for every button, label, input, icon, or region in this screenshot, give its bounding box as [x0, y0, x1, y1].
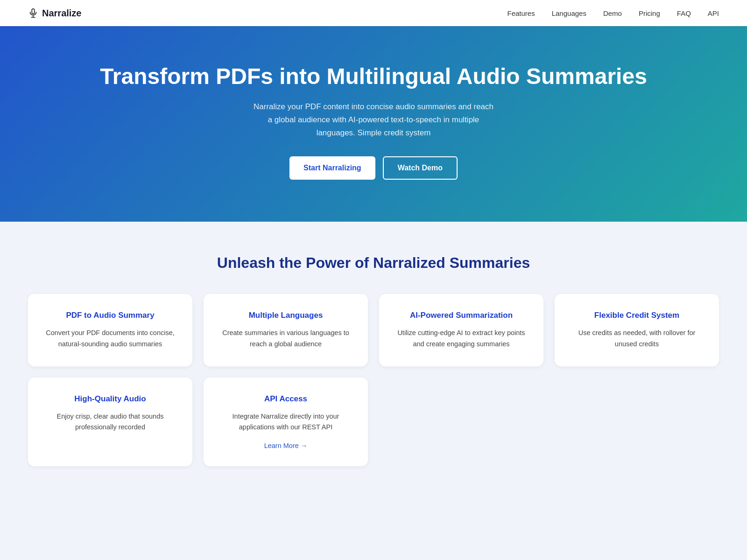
svg-rect-0 [32, 9, 35, 14]
logo[interactable]: Narralize [28, 8, 82, 19]
navbar: Narralize Features Languages Demo Pricin… [0, 0, 747, 26]
card-multilang: Multiple Languages Create summaries in v… [204, 294, 368, 366]
card-multilang-title: Multiple Languages [217, 311, 355, 320]
hero-section: Transform PDFs into Multilingual Audio S… [0, 26, 747, 222]
feature-cards-row2: High-Quality Audio Enjoy crisp, clear au… [28, 378, 719, 466]
card-multilang-desc: Create summaries in various languages to… [217, 328, 355, 349]
card-ai-summary-desc: Utilize cutting-edge AI to extract key p… [392, 328, 530, 349]
card-credits-desc: Use credits as needed, with rollover for… [568, 328, 706, 349]
nav-languages[interactable]: Languages [552, 9, 586, 17]
card-ai-summary: AI-Powered Summarization Utilize cutting… [379, 294, 543, 366]
nav-demo[interactable]: Demo [603, 9, 622, 17]
card-pdf-audio-desc: Convert your PDF documents into concise,… [41, 328, 179, 349]
nav-api[interactable]: API [708, 9, 719, 17]
hero-buttons: Start Narralizing Watch Demo [9, 156, 738, 180]
card-api: API Access Integrate Narralize directly … [204, 378, 368, 466]
hero-title: Transform PDFs into Multilingual Audio S… [9, 63, 738, 89]
nav-features[interactable]: Features [507, 9, 535, 17]
logo-text: Narralize [42, 8, 82, 19]
features-title: Unleash the Power of Narralized Summarie… [28, 254, 719, 272]
card-high-quality-title: High-Quality Audio [41, 394, 179, 404]
card-credits-title: Flexible Credit System [568, 311, 706, 320]
nav-faq[interactable]: FAQ [677, 9, 691, 17]
start-narralizing-button[interactable]: Start Narralizing [289, 156, 375, 180]
card-api-title: API Access [217, 394, 355, 404]
card-pdf-audio-title: PDF to Audio Summary [41, 311, 179, 320]
card-credits: Flexible Credit System Use credits as ne… [555, 294, 719, 366]
card-pdf-audio: PDF to Audio Summary Convert your PDF do… [28, 294, 192, 366]
api-learn-more-link[interactable]: Learn More → [217, 442, 355, 449]
watch-demo-button[interactable]: Watch Demo [383, 156, 458, 180]
hero-subtitle: Narralize your PDF content into concise … [252, 100, 495, 140]
card-high-quality-desc: Enjoy crisp, clear audio that sounds pro… [41, 411, 179, 433]
feature-cards-row1: PDF to Audio Summary Convert your PDF do… [28, 294, 719, 366]
microphone-icon [28, 8, 38, 18]
nav-links: Features Languages Demo Pricing FAQ API [507, 9, 719, 17]
card-api-desc: Integrate Narralize directly into your a… [217, 411, 355, 433]
card-high-quality: High-Quality Audio Enjoy crisp, clear au… [28, 378, 192, 466]
nav-pricing[interactable]: Pricing [639, 9, 660, 17]
card-ai-summary-title: AI-Powered Summarization [392, 311, 530, 320]
features-section: Unleash the Power of Narralized Summarie… [0, 222, 747, 504]
